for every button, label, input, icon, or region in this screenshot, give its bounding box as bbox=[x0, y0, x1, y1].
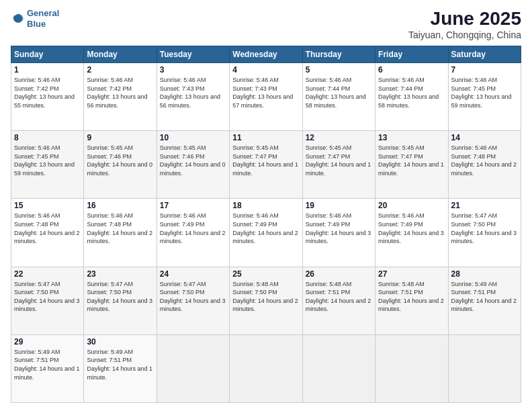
day-number: 21 bbox=[451, 201, 518, 210]
calendar-cell: 30 Sunrise: 5:49 AM Sunset: 7:51 PM Dayl… bbox=[84, 334, 157, 402]
calendar-week-3: 15 Sunrise: 5:46 AM Sunset: 7:48 PM Dayl… bbox=[11, 199, 521, 267]
day-info: Sunrise: 5:46 AM Sunset: 7:49 PM Dayligh… bbox=[232, 212, 299, 245]
day-number: 15 bbox=[14, 201, 81, 210]
day-number: 1 bbox=[14, 65, 81, 75]
header-tuesday: Tuesday bbox=[157, 46, 229, 63]
logo-text: General Blue bbox=[27, 8, 59, 29]
day-number: 6 bbox=[378, 65, 445, 75]
day-info: Sunrise: 5:46 AM Sunset: 7:42 PM Dayligh… bbox=[14, 76, 81, 109]
day-number: 8 bbox=[14, 133, 81, 142]
title-block: June 2025 Taiyuan, Chongqing, China bbox=[408, 8, 521, 40]
day-number: 9 bbox=[87, 133, 153, 142]
day-number: 5 bbox=[306, 65, 372, 75]
day-number: 24 bbox=[160, 269, 226, 279]
calendar-cell: 12 Sunrise: 5:45 AM Sunset: 7:47 PM Dayl… bbox=[302, 131, 375, 199]
day-number: 19 bbox=[306, 201, 372, 210]
day-number: 26 bbox=[306, 269, 372, 279]
calendar-cell: 23 Sunrise: 5:47 AM Sunset: 7:50 PM Dayl… bbox=[84, 267, 157, 334]
calendar-header-row: Sunday Monday Tuesday Wednesday Thursday… bbox=[11, 46, 521, 63]
day-number: 11 bbox=[232, 133, 299, 142]
day-info: Sunrise: 5:45 AM Sunset: 7:47 PM Dayligh… bbox=[306, 144, 372, 177]
day-number: 29 bbox=[14, 337, 81, 347]
header: General Blue June 2025 Taiyuan, Chongqin… bbox=[11, 8, 521, 40]
calendar-cell: 27 Sunrise: 5:48 AM Sunset: 7:51 PM Dayl… bbox=[375, 267, 448, 334]
calendar-cell: 2 Sunrise: 5:46 AM Sunset: 7:42 PM Dayli… bbox=[84, 63, 157, 131]
page: General Blue June 2025 Taiyuan, Chongqin… bbox=[0, 0, 532, 411]
day-number: 25 bbox=[232, 269, 299, 279]
calendar-cell: 9 Sunrise: 5:45 AM Sunset: 7:46 PM Dayli… bbox=[84, 131, 157, 199]
calendar-cell: 16 Sunrise: 5:46 AM Sunset: 7:48 PM Dayl… bbox=[84, 199, 157, 267]
logo-line2: Blue bbox=[27, 19, 46, 29]
calendar-cell: 29 Sunrise: 5:49 AM Sunset: 7:51 PM Dayl… bbox=[11, 334, 84, 402]
calendar-cell: 18 Sunrise: 5:46 AM Sunset: 7:49 PM Dayl… bbox=[230, 199, 302, 267]
day-info: Sunrise: 5:46 AM Sunset: 7:49 PM Dayligh… bbox=[306, 212, 372, 245]
calendar-cell: 10 Sunrise: 5:45 AM Sunset: 7:46 PM Dayl… bbox=[157, 131, 229, 199]
day-number: 27 bbox=[378, 269, 445, 279]
calendar-week-2: 8 Sunrise: 5:46 AM Sunset: 7:45 PM Dayli… bbox=[11, 131, 521, 199]
day-number: 18 bbox=[232, 201, 299, 210]
day-number: 12 bbox=[306, 133, 372, 142]
calendar-cell: 17 Sunrise: 5:46 AM Sunset: 7:49 PM Dayl… bbox=[157, 199, 229, 267]
calendar-cell: 24 Sunrise: 5:47 AM Sunset: 7:50 PM Dayl… bbox=[157, 267, 229, 334]
logo-line1: General bbox=[27, 8, 59, 18]
day-number: 7 bbox=[451, 65, 518, 75]
calendar-cell: 3 Sunrise: 5:46 AM Sunset: 7:43 PM Dayli… bbox=[157, 63, 229, 131]
day-number: 3 bbox=[160, 65, 226, 75]
day-info: Sunrise: 5:46 AM Sunset: 7:43 PM Dayligh… bbox=[232, 76, 299, 109]
day-info: Sunrise: 5:48 AM Sunset: 7:50 PM Dayligh… bbox=[232, 280, 299, 314]
day-number: 22 bbox=[14, 269, 81, 279]
subtitle: Taiyuan, Chongqing, China bbox=[408, 30, 521, 40]
day-info: Sunrise: 5:46 AM Sunset: 7:45 PM Dayligh… bbox=[451, 76, 518, 109]
calendar-cell: 22 Sunrise: 5:47 AM Sunset: 7:50 PM Dayl… bbox=[11, 267, 84, 334]
day-info: Sunrise: 5:48 AM Sunset: 7:51 PM Dayligh… bbox=[378, 280, 445, 314]
day-number: 28 bbox=[451, 269, 518, 279]
day-info: Sunrise: 5:45 AM Sunset: 7:47 PM Dayligh… bbox=[232, 144, 299, 177]
logo-icon bbox=[11, 11, 26, 26]
day-info: Sunrise: 5:46 AM Sunset: 7:42 PM Dayligh… bbox=[87, 76, 153, 109]
day-number: 4 bbox=[232, 65, 299, 75]
day-info: Sunrise: 5:49 AM Sunset: 7:51 PM Dayligh… bbox=[87, 348, 153, 381]
calendar-week-4: 22 Sunrise: 5:47 AM Sunset: 7:50 PM Dayl… bbox=[11, 267, 521, 334]
header-thursday: Thursday bbox=[302, 46, 375, 63]
calendar-table: Sunday Monday Tuesday Wednesday Thursday… bbox=[11, 46, 521, 403]
day-number: 14 bbox=[451, 133, 518, 142]
calendar-cell: 14 Sunrise: 5:46 AM Sunset: 7:48 PM Dayl… bbox=[448, 131, 521, 199]
day-number: 20 bbox=[378, 201, 445, 210]
calendar-cell bbox=[448, 334, 521, 402]
day-number: 16 bbox=[87, 201, 153, 210]
calendar-cell: 26 Sunrise: 5:48 AM Sunset: 7:51 PM Dayl… bbox=[302, 267, 375, 334]
day-info: Sunrise: 5:49 AM Sunset: 7:51 PM Dayligh… bbox=[451, 280, 518, 314]
day-info: Sunrise: 5:49 AM Sunset: 7:51 PM Dayligh… bbox=[14, 348, 81, 381]
day-info: Sunrise: 5:46 AM Sunset: 7:48 PM Dayligh… bbox=[14, 212, 81, 245]
calendar-cell: 5 Sunrise: 5:46 AM Sunset: 7:44 PM Dayli… bbox=[302, 63, 375, 131]
day-info: Sunrise: 5:47 AM Sunset: 7:50 PM Dayligh… bbox=[451, 212, 518, 245]
calendar-cell: 1 Sunrise: 5:46 AM Sunset: 7:42 PM Dayli… bbox=[11, 63, 84, 131]
header-wednesday: Wednesday bbox=[230, 46, 302, 63]
day-info: Sunrise: 5:46 AM Sunset: 7:44 PM Dayligh… bbox=[306, 76, 372, 109]
day-info: Sunrise: 5:46 AM Sunset: 7:49 PM Dayligh… bbox=[160, 212, 226, 245]
day-number: 2 bbox=[87, 65, 153, 75]
calendar-cell bbox=[157, 334, 229, 402]
calendar-week-1: 1 Sunrise: 5:46 AM Sunset: 7:42 PM Dayli… bbox=[11, 63, 521, 131]
day-info: Sunrise: 5:46 AM Sunset: 7:48 PM Dayligh… bbox=[87, 212, 153, 245]
day-info: Sunrise: 5:45 AM Sunset: 7:46 PM Dayligh… bbox=[87, 144, 153, 177]
day-number: 13 bbox=[378, 133, 445, 142]
header-monday: Monday bbox=[84, 46, 157, 63]
calendar-cell: 28 Sunrise: 5:49 AM Sunset: 7:51 PM Dayl… bbox=[448, 267, 521, 334]
day-info: Sunrise: 5:47 AM Sunset: 7:50 PM Dayligh… bbox=[87, 280, 153, 314]
day-info: Sunrise: 5:46 AM Sunset: 7:49 PM Dayligh… bbox=[378, 212, 445, 245]
calendar-cell: 20 Sunrise: 5:46 AM Sunset: 7:49 PM Dayl… bbox=[375, 199, 448, 267]
day-info: Sunrise: 5:45 AM Sunset: 7:47 PM Dayligh… bbox=[378, 144, 445, 177]
day-number: 23 bbox=[87, 269, 153, 279]
day-number: 10 bbox=[160, 133, 226, 142]
calendar-cell bbox=[230, 334, 302, 402]
calendar-cell bbox=[375, 334, 448, 402]
calendar-cell: 21 Sunrise: 5:47 AM Sunset: 7:50 PM Dayl… bbox=[448, 199, 521, 267]
day-info: Sunrise: 5:47 AM Sunset: 7:50 PM Dayligh… bbox=[14, 280, 81, 314]
calendar-cell: 8 Sunrise: 5:46 AM Sunset: 7:45 PM Dayli… bbox=[11, 131, 84, 199]
calendar-cell bbox=[302, 334, 375, 402]
day-info: Sunrise: 5:48 AM Sunset: 7:51 PM Dayligh… bbox=[306, 280, 372, 314]
day-info: Sunrise: 5:46 AM Sunset: 7:44 PM Dayligh… bbox=[378, 76, 445, 109]
calendar-cell: 7 Sunrise: 5:46 AM Sunset: 7:45 PM Dayli… bbox=[448, 63, 521, 131]
day-number: 30 bbox=[87, 337, 153, 347]
